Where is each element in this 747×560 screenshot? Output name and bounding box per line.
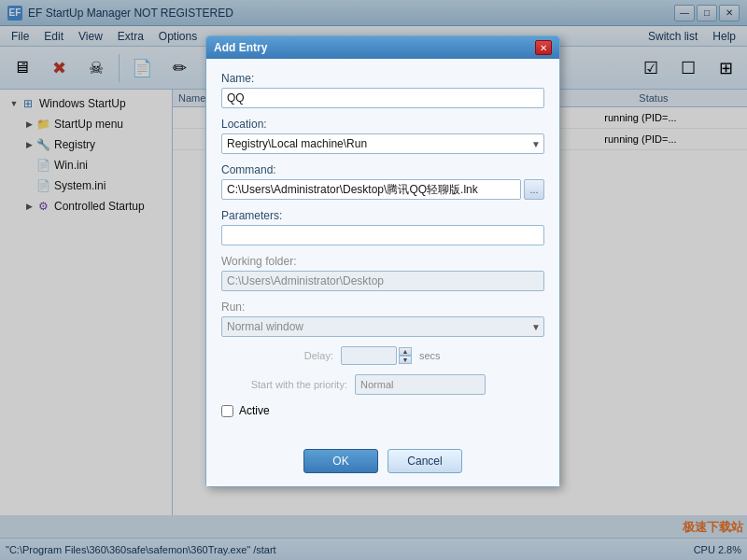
location-select[interactable]: Registry\Local machine\Run Registry\Curr… — [221, 133, 544, 154]
delay-label: Delay: — [221, 350, 333, 361]
run-label: Run: — [221, 301, 544, 314]
delay-row: Delay: ▲ ▼ secs — [221, 346, 544, 365]
dialog-title: Add Entry — [214, 41, 535, 54]
dialog-body: Name: Location: Registry\Local machine\R… — [206, 59, 559, 441]
priority-select: Normal High Low — [355, 374, 486, 395]
active-label: Active — [239, 404, 270, 417]
run-select[interactable]: Normal window Minimized Maximized — [221, 316, 544, 337]
parameters-input[interactable] — [221, 225, 544, 245]
ok-button[interactable]: OK — [303, 449, 378, 473]
browse-button[interactable]: ... — [524, 179, 544, 200]
name-input[interactable] — [221, 88, 544, 108]
delay-inline: Delay: ▲ ▼ secs — [221, 346, 544, 365]
priority-inline: Start with the priority: Normal High Low — [221, 374, 544, 395]
delay-input-wrapper: ▲ ▼ — [341, 346, 412, 365]
command-input[interactable] — [221, 179, 521, 200]
priority-row: Start with the priority: Normal High Low — [221, 374, 544, 395]
command-field-row: Command: ... — [221, 163, 544, 200]
dialog-footer: OK Cancel — [206, 441, 559, 486]
working-folder-label: Working folder: — [221, 255, 544, 268]
command-label: Command: — [221, 163, 544, 176]
working-folder-input — [221, 271, 544, 291]
location-label: Location: — [221, 118, 544, 131]
dialog-overlay: Add Entry ✕ Name: Location: Registry\Loc… — [0, 0, 747, 560]
add-entry-dialog: Add Entry ✕ Name: Location: Registry\Loc… — [205, 35, 560, 487]
name-label: Name: — [221, 72, 544, 85]
dialog-title-bar: Add Entry ✕ — [206, 36, 559, 59]
parameters-label: Parameters: — [221, 209, 544, 222]
parameters-field-row: Parameters: — [221, 209, 544, 245]
delay-spin-buttons: ▲ ▼ — [399, 347, 412, 364]
location-field-row: Location: Registry\Local machine\Run Reg… — [221, 118, 544, 154]
delay-unit: secs — [419, 350, 441, 361]
run-select-wrapper: Normal window Minimized Maximized ▼ — [221, 316, 544, 337]
location-select-wrapper: Registry\Local machine\Run Registry\Curr… — [221, 133, 544, 154]
name-field-row: Name: — [221, 72, 544, 108]
cancel-button[interactable]: Cancel — [388, 449, 462, 473]
working-folder-field-row: Working folder: — [221, 255, 544, 291]
command-input-wrapper: ... — [221, 179, 544, 200]
run-field-row: Run: Normal window Minimized Maximized ▼ — [221, 301, 544, 337]
active-checkbox-row: Active — [221, 404, 544, 417]
delay-down-button[interactable]: ▼ — [399, 356, 412, 364]
dialog-close-button[interactable]: ✕ — [535, 40, 552, 55]
delay-up-button[interactable]: ▲ — [399, 347, 412, 356]
priority-label: Start with the priority: — [221, 379, 347, 390]
active-checkbox[interactable] — [221, 405, 233, 417]
delay-input — [341, 346, 397, 365]
